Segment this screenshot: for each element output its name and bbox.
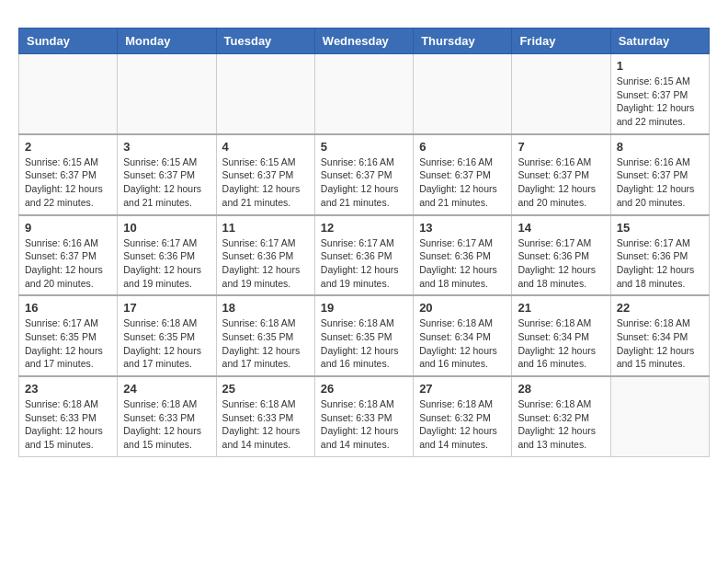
calendar-cell: 3Sunrise: 6:15 AM Sunset: 6:37 PM Daylig… (118, 134, 216, 215)
day-info: Sunrise: 6:17 AM Sunset: 6:36 PM Dayligh… (419, 236, 506, 291)
calendar-cell: 13Sunrise: 6:17 AM Sunset: 6:36 PM Dayli… (414, 215, 512, 296)
calendar-cell: 23Sunrise: 6:18 AM Sunset: 6:33 PM Dayli… (19, 376, 118, 456)
calendar-cell (314, 54, 413, 134)
day-number: 18 (222, 301, 309, 315)
col-header-sunday: Sunday (19, 29, 118, 54)
day-number: 26 (321, 382, 407, 396)
calendar-cell: 16Sunrise: 6:17 AM Sunset: 6:35 PM Dayli… (19, 295, 118, 376)
day-info: Sunrise: 6:18 AM Sunset: 6:34 PM Dayligh… (419, 316, 506, 371)
day-number: 28 (518, 382, 604, 396)
day-info: Sunrise: 6:16 AM Sunset: 6:37 PM Dayligh… (419, 155, 506, 210)
day-number: 25 (222, 382, 309, 396)
day-number: 5 (321, 140, 407, 154)
day-number: 6 (419, 140, 506, 154)
day-info: Sunrise: 6:16 AM Sunset: 6:37 PM Dayligh… (25, 236, 111, 291)
day-info: Sunrise: 6:15 AM Sunset: 6:37 PM Dayligh… (222, 155, 309, 210)
day-number: 22 (617, 301, 703, 315)
day-number: 19 (321, 301, 407, 315)
day-info: Sunrise: 6:18 AM Sunset: 6:35 PM Dayligh… (123, 316, 210, 371)
day-number: 9 (25, 221, 111, 235)
day-number: 23 (25, 382, 111, 396)
day-number: 17 (123, 301, 210, 315)
day-number: 8 (617, 140, 703, 154)
calendar-cell (19, 54, 118, 134)
col-header-monday: Monday (118, 29, 216, 54)
day-info: Sunrise: 6:16 AM Sunset: 6:37 PM Dayligh… (518, 155, 604, 210)
day-info: Sunrise: 6:18 AM Sunset: 6:33 PM Dayligh… (321, 397, 407, 452)
calendar-cell: 1Sunrise: 6:15 AM Sunset: 6:37 PM Daylig… (610, 54, 709, 134)
day-info: Sunrise: 6:16 AM Sunset: 6:37 PM Dayligh… (321, 155, 407, 210)
calendar-cell: 24Sunrise: 6:18 AM Sunset: 6:33 PM Dayli… (118, 376, 216, 456)
calendar-cell: 5Sunrise: 6:16 AM Sunset: 6:37 PM Daylig… (314, 134, 413, 215)
calendar-cell: 27Sunrise: 6:18 AM Sunset: 6:32 PM Dayli… (414, 376, 512, 456)
calendar-cell: 28Sunrise: 6:18 AM Sunset: 6:32 PM Dayli… (512, 376, 610, 456)
calendar-cell: 19Sunrise: 6:18 AM Sunset: 6:35 PM Dayli… (314, 295, 413, 376)
calendar-cell: 18Sunrise: 6:18 AM Sunset: 6:35 PM Dayli… (216, 295, 314, 376)
day-info: Sunrise: 6:18 AM Sunset: 6:32 PM Dayligh… (518, 397, 604, 452)
col-header-friday: Friday (512, 29, 610, 54)
day-number: 2 (25, 140, 111, 154)
calendar-cell: 12Sunrise: 6:17 AM Sunset: 6:36 PM Dayli… (314, 215, 413, 296)
col-header-thursday: Thursday (414, 29, 512, 54)
calendar-cell: 10Sunrise: 6:17 AM Sunset: 6:36 PM Dayli… (118, 215, 216, 296)
day-info: Sunrise: 6:15 AM Sunset: 6:37 PM Dayligh… (25, 155, 111, 210)
day-number: 16 (25, 301, 111, 315)
calendar-week-row: 16Sunrise: 6:17 AM Sunset: 6:35 PM Dayli… (19, 295, 710, 376)
calendar-cell: 22Sunrise: 6:18 AM Sunset: 6:34 PM Dayli… (610, 295, 709, 376)
calendar-cell: 11Sunrise: 6:17 AM Sunset: 6:36 PM Dayli… (216, 215, 314, 296)
day-info: Sunrise: 6:17 AM Sunset: 6:36 PM Dayligh… (617, 236, 703, 291)
day-info: Sunrise: 6:18 AM Sunset: 6:33 PM Dayligh… (25, 397, 111, 452)
col-header-saturday: Saturday (610, 29, 709, 54)
calendar-cell (118, 54, 216, 134)
col-header-tuesday: Tuesday (216, 29, 314, 54)
day-info: Sunrise: 6:15 AM Sunset: 6:37 PM Dayligh… (617, 75, 703, 129)
day-number: 24 (123, 382, 210, 396)
day-number: 12 (321, 221, 407, 235)
calendar-cell (512, 54, 610, 134)
calendar-cell (216, 54, 314, 134)
calendar-cell: 6Sunrise: 6:16 AM Sunset: 6:37 PM Daylig… (414, 134, 512, 215)
day-number: 13 (419, 221, 506, 235)
day-number: 27 (419, 382, 506, 396)
calendar-cell: 9Sunrise: 6:16 AM Sunset: 6:37 PM Daylig… (19, 215, 118, 296)
day-number: 4 (222, 140, 309, 154)
day-info: Sunrise: 6:18 AM Sunset: 6:33 PM Dayligh… (123, 397, 210, 452)
day-info: Sunrise: 6:15 AM Sunset: 6:37 PM Dayligh… (123, 155, 210, 210)
day-number: 1 (617, 59, 703, 73)
day-number: 11 (222, 221, 309, 235)
col-header-wednesday: Wednesday (314, 29, 413, 54)
calendar-cell (414, 54, 512, 134)
day-number: 21 (518, 301, 604, 315)
day-info: Sunrise: 6:18 AM Sunset: 6:34 PM Dayligh… (617, 316, 703, 371)
day-info: Sunrise: 6:17 AM Sunset: 6:36 PM Dayligh… (321, 236, 407, 291)
calendar-week-row: 23Sunrise: 6:18 AM Sunset: 6:33 PM Dayli… (19, 376, 710, 456)
day-info: Sunrise: 6:18 AM Sunset: 6:33 PM Dayligh… (222, 397, 309, 452)
calendar-cell: 26Sunrise: 6:18 AM Sunset: 6:33 PM Dayli… (314, 376, 413, 456)
calendar-cell: 21Sunrise: 6:18 AM Sunset: 6:34 PM Dayli… (512, 295, 610, 376)
calendar-cell: 25Sunrise: 6:18 AM Sunset: 6:33 PM Dayli… (216, 376, 314, 456)
day-number: 15 (617, 221, 703, 235)
day-info: Sunrise: 6:18 AM Sunset: 6:34 PM Dayligh… (518, 316, 604, 371)
day-info: Sunrise: 6:17 AM Sunset: 6:35 PM Dayligh… (25, 316, 111, 371)
day-info: Sunrise: 6:16 AM Sunset: 6:37 PM Dayligh… (617, 155, 703, 210)
day-number: 20 (419, 301, 506, 315)
day-number: 3 (123, 140, 210, 154)
calendar-cell: 14Sunrise: 6:17 AM Sunset: 6:36 PM Dayli… (512, 215, 610, 296)
calendar-cell: 2Sunrise: 6:15 AM Sunset: 6:37 PM Daylig… (19, 134, 118, 215)
calendar-cell: 20Sunrise: 6:18 AM Sunset: 6:34 PM Dayli… (414, 295, 512, 376)
calendar-cell: 4Sunrise: 6:15 AM Sunset: 6:37 PM Daylig… (216, 134, 314, 215)
day-info: Sunrise: 6:17 AM Sunset: 6:36 PM Dayligh… (123, 236, 210, 291)
day-info: Sunrise: 6:17 AM Sunset: 6:36 PM Dayligh… (222, 236, 309, 291)
calendar-week-row: 1Sunrise: 6:15 AM Sunset: 6:37 PM Daylig… (19, 54, 710, 134)
day-info: Sunrise: 6:17 AM Sunset: 6:36 PM Dayligh… (518, 236, 604, 291)
calendar-cell: 7Sunrise: 6:16 AM Sunset: 6:37 PM Daylig… (512, 134, 610, 215)
calendar-cell (610, 376, 709, 456)
day-info: Sunrise: 6:18 AM Sunset: 6:35 PM Dayligh… (222, 316, 309, 371)
calendar-week-row: 2Sunrise: 6:15 AM Sunset: 6:37 PM Daylig… (19, 134, 710, 215)
day-number: 10 (123, 221, 210, 235)
day-number: 7 (518, 140, 604, 154)
calendar-header-row: SundayMondayTuesdayWednesdayThursdayFrid… (19, 29, 710, 54)
calendar-cell: 8Sunrise: 6:16 AM Sunset: 6:37 PM Daylig… (610, 134, 709, 215)
calendar-cell: 17Sunrise: 6:18 AM Sunset: 6:35 PM Dayli… (118, 295, 216, 376)
day-number: 14 (518, 221, 604, 235)
